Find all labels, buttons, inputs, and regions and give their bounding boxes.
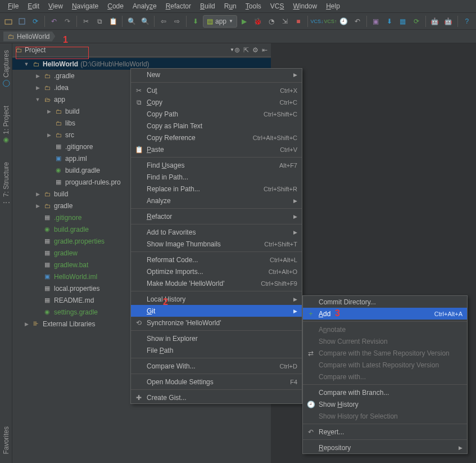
target-icon[interactable]: ⊚ xyxy=(234,46,240,54)
menu-item[interactable]: Open Module SettingsF4 xyxy=(131,376,302,388)
find-icon[interactable]: 🔍 xyxy=(125,15,138,28)
menu-item[interactable]: ↶Revert... xyxy=(303,426,467,438)
panel-title[interactable]: Project xyxy=(25,46,228,54)
menu-item[interactable]: ✚Create Gist... xyxy=(131,392,302,403)
menu-item[interactable]: Add to Favorites▶ xyxy=(131,226,302,238)
submenu-icon: ▶ xyxy=(293,198,297,204)
menu-item[interactable]: Reformat Code...Ctrl+Alt+L xyxy=(131,254,302,266)
collapse-icon[interactable]: ⇱ xyxy=(243,46,249,54)
hide-icon[interactable]: ⇤ xyxy=(262,46,268,54)
menu-item[interactable]: Copy as Plain Text xyxy=(131,120,302,132)
copy-icon[interactable]: ⧉ xyxy=(93,15,106,28)
shortcut: Ctrl+Alt+Shift+C xyxy=(253,134,297,141)
menu-item-label: Find in Path... xyxy=(147,173,297,181)
vcs-commit-icon[interactable]: VCS↑ xyxy=(324,15,337,28)
menu-item[interactable]: Find UsagesAlt+F7 xyxy=(131,159,302,171)
menu-code[interactable]: Code xyxy=(103,1,128,12)
menu-item[interactable]: Make Module 'HelloWorld'Ctrl+Shift+F9 xyxy=(131,277,302,289)
sdk-icon[interactable]: ⬇ xyxy=(383,15,396,28)
menu-file[interactable]: File xyxy=(3,1,23,12)
profile-icon[interactable]: ◔ xyxy=(265,15,278,28)
dropdown-icon[interactable]: ▼ xyxy=(230,47,234,52)
menu-item[interactable]: 🕘Show History xyxy=(303,398,467,410)
sync-gradle-icon[interactable]: ⟳ xyxy=(410,15,423,28)
menu-item[interactable]: Show in Explorer xyxy=(131,332,302,344)
project-tab[interactable]: ◉1: Project xyxy=(1,102,11,148)
debug-icon[interactable]: 🐞 xyxy=(252,15,264,28)
expand-icon[interactable]: ▼ xyxy=(24,61,29,67)
menu-item-label: Local History xyxy=(147,295,290,303)
redo-icon[interactable]: ↷ xyxy=(61,15,74,28)
menu-help[interactable]: Help xyxy=(321,1,344,12)
menu-item[interactable]: File Path xyxy=(131,344,302,356)
panel-view-icon[interactable]: 🗀 xyxy=(16,46,22,54)
menu-item[interactable]: ⧉CopyCtrl+C xyxy=(131,96,302,108)
menu-item-label: New xyxy=(147,71,290,79)
menu-item[interactable]: +AddCtrl+Alt+A xyxy=(303,308,467,320)
breadcrumb-item[interactable]: 🗀 HelloWorld xyxy=(3,32,55,42)
help-icon[interactable]: ? xyxy=(461,15,473,28)
menu-item[interactable]: 📋PasteCtrl+V xyxy=(131,143,302,155)
menu-vcs[interactable]: VCS xyxy=(266,1,289,12)
menu-item-label: Find Usages xyxy=(147,161,279,169)
favorites-tab[interactable]: Favorites xyxy=(1,423,11,457)
paste-icon[interactable]: 📋 xyxy=(107,15,119,28)
vcs-history-icon[interactable]: 🕘 xyxy=(338,15,350,28)
proj-struct-icon[interactable]: ▦ xyxy=(397,15,409,28)
menu-item[interactable]: ⟲Synchronize 'HelloWorld' xyxy=(131,317,302,329)
run-icon[interactable]: ▶ xyxy=(238,15,251,28)
menu-item-label: Compare with... xyxy=(319,373,463,381)
android-icon3[interactable]: 🤖 xyxy=(442,15,455,28)
menu-item[interactable]: Local History▶ xyxy=(131,293,302,305)
menu-refactor[interactable]: Refactor xyxy=(161,1,196,12)
menu-view[interactable]: View xyxy=(44,1,67,12)
cut-icon[interactable]: ✂ xyxy=(80,15,92,28)
menu-item[interactable]: Analyze▶ xyxy=(131,195,302,206)
stop-icon[interactable]: ■ xyxy=(292,15,305,28)
breadcrumb: 🗀 HelloWorld xyxy=(0,30,476,43)
menu-item[interactable]: ✂CutCtrl+X xyxy=(131,84,302,96)
vcs-update-icon[interactable]: VCS↓ xyxy=(311,15,323,28)
android-icon: ▤ xyxy=(207,17,213,25)
menu-item-icon: ✚ xyxy=(134,394,143,402)
replace-icon[interactable]: 🔍 xyxy=(139,15,151,28)
menu-build[interactable]: Build xyxy=(196,1,220,12)
forward-icon[interactable]: ⇨ xyxy=(171,15,183,28)
menu-run[interactable]: Run xyxy=(220,1,241,12)
menu-tools[interactable]: Tools xyxy=(241,1,266,12)
captures-tab[interactable]: ◯Captures xyxy=(1,47,11,91)
menu-item[interactable]: Replace in Path...Ctrl+Shift+R xyxy=(131,183,302,195)
context-menu: New▶✂CutCtrl+X⧉CopyCtrl+CCopy PathCtrl+S… xyxy=(130,68,302,404)
make-icon[interactable]: ⬇ xyxy=(189,15,202,28)
menu-item-icon: 📋 xyxy=(134,146,143,154)
sync-icon[interactable]: ⟳ xyxy=(29,15,42,28)
undo-icon[interactable]: ↶ xyxy=(48,15,60,28)
avd-icon[interactable]: ▣ xyxy=(370,15,382,28)
menu-item[interactable]: Show Image ThumbnailsCtrl+Shift+T xyxy=(131,238,302,250)
menu-analyze[interactable]: Analyze xyxy=(128,1,161,12)
menu-edit[interactable]: Edit xyxy=(23,1,44,12)
menu-item[interactable]: Git▶ xyxy=(131,305,302,317)
run-config-selector[interactable]: ▤ app ▼ xyxy=(203,15,237,28)
menu-item[interactable]: Commit Directory... xyxy=(303,296,467,308)
menu-item[interactable]: Repository▶ xyxy=(303,442,467,453)
attach-icon[interactable]: ⇲ xyxy=(279,15,291,28)
vcs-revert-icon[interactable]: ↶ xyxy=(351,15,364,28)
menu-item[interactable]: Compare with Branch... xyxy=(303,386,467,398)
shortcut: Ctrl+Shift+C xyxy=(264,111,297,118)
android-icon2[interactable]: 🤖 xyxy=(429,15,441,28)
menu-item[interactable]: Copy ReferenceCtrl+Alt+Shift+C xyxy=(131,132,302,143)
gear-icon[interactable]: ⚙ xyxy=(252,46,259,54)
back-icon[interactable]: ⇦ xyxy=(157,15,170,28)
structure-tab[interactable]: ⋮7: Structure xyxy=(1,159,11,209)
menu-navigate[interactable]: Navigate xyxy=(67,1,103,12)
menu-item[interactable]: Refactor▶ xyxy=(131,210,302,222)
menu-item[interactable]: New▶ xyxy=(131,69,302,80)
menu-window[interactable]: Window xyxy=(288,1,321,12)
menu-item[interactable]: Find in Path... xyxy=(131,171,302,183)
menu-item[interactable]: Copy PathCtrl+Shift+C xyxy=(131,108,302,120)
menu-item[interactable]: Optimize Imports...Ctrl+Alt+O xyxy=(131,266,302,277)
save-icon[interactable] xyxy=(16,15,28,28)
open-icon[interactable] xyxy=(2,15,15,28)
menu-item[interactable]: Compare With...Ctrl+D xyxy=(131,360,302,372)
